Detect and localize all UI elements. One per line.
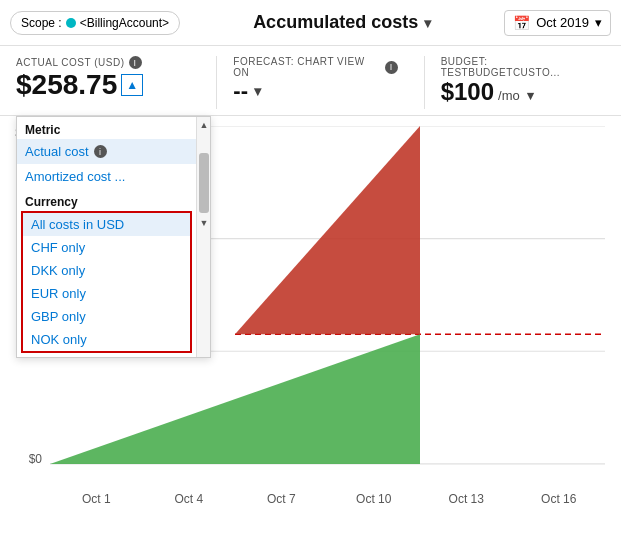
- scope-dot: [66, 18, 76, 28]
- x-label-oct10: Oct 10: [328, 492, 421, 506]
- actual-cost-item-label: Actual cost: [25, 144, 89, 159]
- metric-amortized-cost[interactable]: Amortized cost ...: [17, 164, 196, 189]
- scope-label: Scope :: [21, 16, 62, 30]
- calendar-icon: 📅: [513, 15, 530, 31]
- x-label-oct16: Oct 16: [513, 492, 606, 506]
- x-label-oct7: Oct 7: [235, 492, 328, 506]
- title-text: Accumulated costs: [253, 12, 418, 33]
- forecast-value: -- ▾: [233, 78, 397, 104]
- currency-nok[interactable]: NOK only: [23, 328, 190, 351]
- metric-actual-cost[interactable]: Actual cost i: [17, 139, 196, 164]
- toggle-metric-button[interactable]: ▲: [121, 74, 143, 96]
- y-label-0: $0: [29, 452, 42, 466]
- date-label: Oct 2019: [536, 15, 589, 30]
- metric-dropdown: ▲ ▼ Metric Actual cost i Amortized cost …: [16, 116, 211, 358]
- budget-label: BUDGET: TESTBUDGETCUSTO...: [441, 56, 605, 78]
- actual-cost-label: ACTUAL COST (USD) i: [16, 56, 180, 69]
- date-chevron-icon: ▾: [595, 15, 602, 30]
- x-label-oct1: Oct 1: [50, 492, 143, 506]
- scope-value: <BillingAccount>: [80, 16, 169, 30]
- dropdown-scrollbar[interactable]: ▲ ▼: [196, 117, 210, 357]
- scrollbar-down-icon[interactable]: ▼: [197, 215, 211, 231]
- forecast-label: FORECAST: CHART VIEW ON i: [233, 56, 397, 78]
- budget-value: $100 /mo ▾: [441, 78, 605, 106]
- currency-dkk[interactable]: DKK only: [23, 259, 190, 282]
- forecast-block: FORECAST: CHART VIEW ON i -- ▾: [233, 56, 407, 104]
- header: Scope : <BillingAccount> Accumulated cos…: [0, 0, 621, 46]
- chart-area: $100 $50 $0 Oct 1 Oct 4 Oct 7 Oct 10 Oct…: [0, 116, 621, 506]
- x-axis: Oct 1 Oct 4 Oct 7 Oct 10 Oct 13 Oct 16: [50, 476, 605, 506]
- budget-chevron-icon[interactable]: ▾: [527, 88, 534, 103]
- currency-chf[interactable]: CHF only: [23, 236, 190, 259]
- currency-options: All costs in USD CHF only DKK only EUR o…: [21, 211, 192, 353]
- currency-gbp[interactable]: GBP only: [23, 305, 190, 328]
- amortized-cost-item-label: Amortized cost ...: [25, 169, 125, 184]
- metric-section-label: Metric: [17, 117, 196, 139]
- currency-section-label: Currency: [17, 189, 196, 211]
- date-range-button[interactable]: 📅 Oct 2019 ▾: [504, 10, 611, 36]
- x-label-oct4: Oct 4: [143, 492, 236, 506]
- actual-cost-info-icon[interactable]: i: [129, 56, 142, 69]
- scope-button[interactable]: Scope : <BillingAccount>: [10, 11, 180, 35]
- forecast-info-icon[interactable]: i: [385, 61, 398, 74]
- svg-marker-6: [235, 126, 420, 334]
- page-title[interactable]: Accumulated costs ▾: [190, 12, 494, 33]
- title-chevron-icon: ▾: [424, 15, 431, 31]
- x-label-oct13: Oct 13: [420, 492, 513, 506]
- currency-eur[interactable]: EUR only: [23, 282, 190, 305]
- scrollbar-up-icon[interactable]: ▲: [197, 117, 211, 133]
- scrollbar-thumb[interactable]: [199, 153, 209, 213]
- actual-cost-item-info-icon[interactable]: i: [94, 145, 107, 158]
- forecast-chevron-icon[interactable]: ▾: [254, 83, 261, 99]
- stat-separator-1: [216, 56, 217, 109]
- stats-bar: ACTUAL COST (USD) i $258.75 ▲ FORECAST: …: [0, 46, 621, 116]
- currency-usd[interactable]: All costs in USD: [23, 213, 190, 236]
- budget-block: BUDGET: TESTBUDGETCUSTO... $100 /mo ▾: [441, 56, 605, 106]
- actual-cost-block: ACTUAL COST (USD) i $258.75 ▲: [16, 56, 200, 101]
- actual-cost-value: $258.75 ▲: [16, 69, 180, 101]
- budget-per-mo: /mo: [498, 88, 520, 103]
- stat-separator-2: [424, 56, 425, 109]
